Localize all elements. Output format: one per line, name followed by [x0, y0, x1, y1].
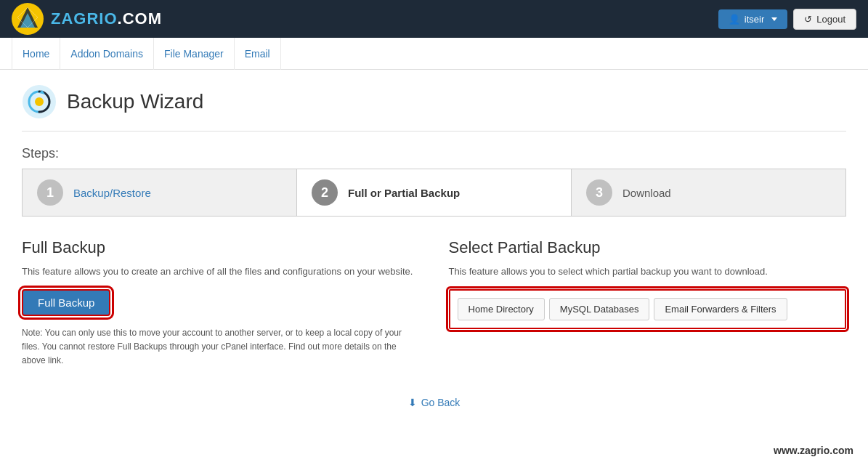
user-label: itseir	[745, 14, 764, 25]
logout-label: Logout	[816, 14, 845, 25]
svg-point-5	[35, 97, 44, 106]
steps-label: Steps:	[22, 146, 846, 161]
user-button[interactable]: 👤 itseir	[718, 9, 787, 29]
backup-columns: Full Backup This feature allows you to c…	[22, 238, 846, 368]
mysql-databases-button[interactable]: MySQL Databases	[549, 298, 650, 320]
logout-icon: ↺	[804, 14, 812, 25]
partial-backup-description: This feature allows you to select which …	[449, 264, 847, 279]
step-1-label: Backup/Restore	[73, 187, 151, 199]
footer-watermark: www.zagrio.com	[774, 445, 853, 456]
step-3: 3 Download	[572, 169, 845, 216]
go-back-icon: ⬇	[408, 397, 417, 408]
step-2: 2 Full or Partial Backup	[297, 169, 572, 216]
partial-backup-title: Select Partial Backup	[449, 238, 847, 257]
brand-name: ZAGRIO.COM	[51, 9, 162, 28]
secondary-nav: Home Addon Domains File Manager Email	[0, 38, 868, 70]
step-1[interactable]: 1 Backup/Restore	[23, 169, 297, 216]
email-forwarders-button[interactable]: Email Forwarders & Filters	[654, 298, 787, 320]
step-1-circle: 1	[37, 179, 63, 206]
step-2-circle: 2	[312, 179, 338, 206]
nav-home[interactable]: Home	[12, 38, 60, 70]
full-backup-button[interactable]: Full Backup	[22, 289, 110, 316]
brand-logo	[12, 3, 44, 35]
step-2-label: Full or Partial Backup	[348, 187, 460, 199]
full-backup-description: This feature allows you to create an arc…	[22, 264, 420, 279]
step-3-circle: 3	[586, 179, 612, 206]
page-title: Backup Wizard	[67, 90, 203, 113]
full-backup-note: Note: You can only use this to move your…	[22, 326, 420, 368]
user-icon: 👤	[729, 14, 740, 25]
steps-bar: 1 Backup/Restore 2 Full or Partial Backu…	[22, 169, 846, 217]
navbar-right: 👤 itseir ↺ Logout	[718, 9, 856, 30]
go-back-link[interactable]: ⬇ Go Back	[408, 397, 461, 408]
backup-wizard-icon	[22, 84, 57, 119]
full-backup-section: Full Backup This feature allows you to c…	[22, 238, 420, 368]
home-directory-button[interactable]: Home Directory	[458, 298, 545, 320]
step-3-label: Download	[622, 187, 671, 199]
brand: ZAGRIO.COM	[12, 3, 162, 35]
top-navbar: ZAGRIO.COM 👤 itseir ↺ Logout	[0, 0, 868, 38]
go-back-row: ⬇ Go Back	[22, 397, 846, 408]
nav-addon-domains[interactable]: Addon Domains	[60, 38, 154, 70]
page-title-row: Backup Wizard	[22, 84, 846, 132]
nav-file-manager[interactable]: File Manager	[154, 38, 235, 70]
partial-backup-section: Select Partial Backup This feature allow…	[449, 238, 847, 368]
nav-email[interactable]: Email	[235, 38, 281, 70]
user-dropdown-caret	[771, 17, 777, 21]
full-backup-title: Full Backup	[22, 238, 420, 257]
page-content: Backup Wizard Steps: 1 Backup/Restore 2 …	[0, 70, 868, 465]
logout-button[interactable]: ↺ Logout	[793, 9, 856, 30]
go-back-label: Go Back	[421, 397, 461, 408]
partial-backup-buttons: Home Directory MySQL Databases Email For…	[449, 289, 847, 329]
